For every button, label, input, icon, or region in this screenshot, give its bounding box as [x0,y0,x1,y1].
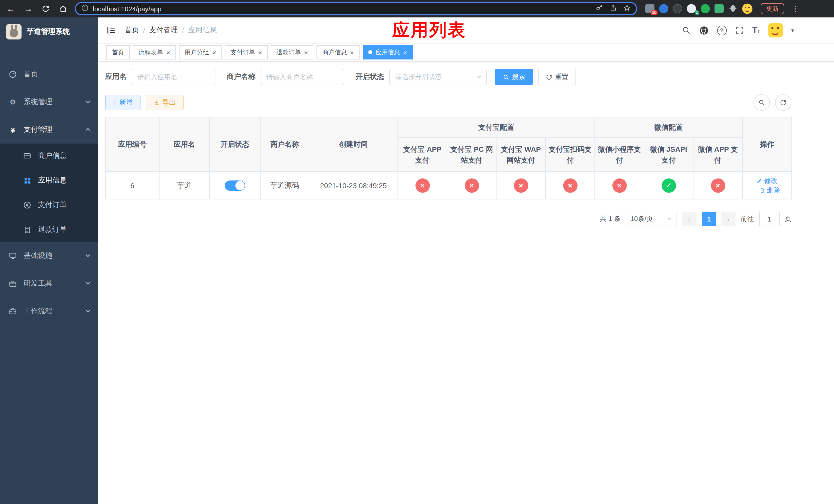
extension-icon-2[interactable] [659,4,668,13]
breadcrumb-item[interactable]: 支付管理 [149,26,178,35]
col-header-alipay-app: 支付宝 APP 支付 [398,138,447,171]
main-area: 首页 / 支付管理 / 应用信息 应用列表 ? [98,18,834,504]
cell-merchant: 芋道源码 [260,171,309,199]
page-size-select[interactable]: 10条/页 [626,212,677,226]
breadcrumb: 首页 / 支付管理 / 应用信息 [125,26,217,35]
col-header-status: 开启状态 [210,117,260,171]
browser-menu-icon[interactable]: ⋮ [791,4,799,13]
site-info-icon[interactable] [81,4,89,14]
search-icon[interactable] [681,26,690,35]
delete-link[interactable]: 删除 [759,185,780,194]
alipay-qr-status-badge: × [563,178,577,192]
breadcrumb-item-current: 应用信息 [188,26,217,35]
bookmark-star-icon[interactable] [623,4,631,14]
filter-form: 应用名 商户名称 开启状态 请选择开启状态 [105,69,791,85]
extension-icon-6[interactable] [715,4,724,13]
sidebar-item-home[interactable]: 首页 [0,61,98,88]
document-icon [23,226,32,233]
navbar-actions: ? TT ▾ [681,23,794,38]
sidebar-item-merchant-info[interactable]: 商户信息 [0,143,98,168]
cell-app-id: 6 [105,171,159,199]
sidebar-item-dev-tools[interactable]: 研发工具 [0,270,98,297]
col-header-merchant: 商户名称 [260,117,309,171]
app-name-input[interactable] [132,69,215,85]
app-name-label: 应用名 [105,72,127,82]
status-select[interactable]: 请选择开启状态 [389,69,487,85]
next-page-button[interactable]: › [721,212,736,226]
breadcrumb-item[interactable]: 首页 [125,26,139,35]
url-bar[interactable]: localhost:1024/pay/app [75,2,637,15]
close-icon[interactable]: × [350,49,354,55]
credit-card-icon [23,152,32,160]
close-icon[interactable]: × [403,49,407,55]
extension-icon-3[interactable] [673,4,682,13]
app-logo-row[interactable]: 芋道管理系统 [0,18,98,46]
sidebar-item-refund-orders[interactable]: 退款订单 [0,217,98,242]
col-header-created: 创建时间 [309,117,398,171]
back-icon[interactable]: ← [5,3,16,14]
sidebar-item-pay-orders[interactable]: 支付订单 [0,193,98,217]
key-icon[interactable] [595,4,603,14]
toolbox-icon [8,279,18,288]
add-button[interactable]: + 新增 [105,95,140,110]
url-text[interactable]: localhost:1024/pay/app [93,5,161,13]
export-button[interactable]: 导出 [146,95,183,110]
current-page-button[interactable]: 1 [702,212,716,226]
page-title-annotation: 应用列表 [392,19,466,42]
merchant-name-input[interactable] [261,69,344,85]
close-icon[interactable]: × [166,49,170,55]
extension-icon-4[interactable]: 1 [687,4,696,13]
chevron-down-icon [477,73,482,81]
extensions-puzzle-icon[interactable] [728,4,738,13]
status-toggle[interactable] [225,180,245,190]
close-icon[interactable]: × [258,49,262,55]
user-avatar[interactable] [769,23,783,38]
refresh-table-button[interactable] [775,94,791,111]
prev-page-button[interactable]: ‹ [682,212,697,226]
font-size-icon[interactable]: TT [752,26,761,35]
tab-user-group[interactable]: 用户分组 × [179,45,222,60]
avatar-caret-icon[interactable]: ▾ [791,27,794,33]
reload-icon[interactable] [40,3,51,14]
app-table: 应用编号 应用名 开启状态 商户名称 创建时间 支付宝配置 微信配置 操作 支付… [105,117,792,200]
sidebar-item-payment[interactable]: ¥ 支付管理 [0,116,98,143]
sidebar-toggle-icon[interactable] [106,25,116,36]
fullscreen-icon[interactable] [735,26,744,35]
tab-app-info-active[interactable]: 应用信息 × [363,45,413,60]
chevron-down-icon [85,98,91,106]
tab-process-form[interactable]: 流程表单 × [133,45,176,60]
col-header-wechat-mini: 微信小程序支付 [595,138,644,171]
col-header-app-id: 应用编号 [105,117,159,171]
col-header-alipay-pc: 支付宝 PC 网站支付 [447,138,496,171]
forward-icon[interactable]: → [23,3,34,14]
sidebar-item-app-info[interactable]: 应用信息 [0,168,98,193]
browser-profile-avatar[interactable] [742,4,752,14]
tab-refund-orders[interactable]: 退款订单 × [271,45,314,60]
home-icon[interactable] [58,3,69,14]
group-header-wechat: 微信配置 [595,117,743,138]
tab-pay-orders[interactable]: 支付订单 × [225,45,267,60]
sidebar-item-label: 研发工具 [24,279,52,288]
github-icon[interactable] [699,25,708,35]
extension-icon-5[interactable] [701,4,710,13]
close-icon[interactable]: × [212,49,216,55]
browser-update-button[interactable]: 更新 [761,3,784,14]
extension-icon-1[interactable]: 10 [645,4,655,13]
toggle-search-button[interactable] [753,94,770,111]
coin-icon [23,201,32,209]
search-button[interactable]: 搜索 [495,69,533,85]
plus-icon: + [113,99,117,107]
alipay-wap-status-badge: × [514,178,528,192]
help-icon[interactable]: ? [717,25,727,35]
sidebar-item-infrastructure[interactable]: 基础设施 [0,242,98,270]
close-icon[interactable]: × [304,49,308,55]
share-icon[interactable] [609,4,617,14]
briefcase-icon [8,307,18,315]
tab-home[interactable]: 首页 [106,45,130,60]
reset-button[interactable]: 重置 [538,69,576,85]
goto-page-input[interactable] [759,212,780,226]
sidebar-item-system[interactable]: ⚙ 系统管理 [0,88,98,116]
sidebar-item-workflow[interactable]: 工作流程 [0,297,98,325]
tab-merchant-info[interactable]: 商户信息 × [317,45,359,60]
edit-link[interactable]: 修改 [756,176,777,185]
